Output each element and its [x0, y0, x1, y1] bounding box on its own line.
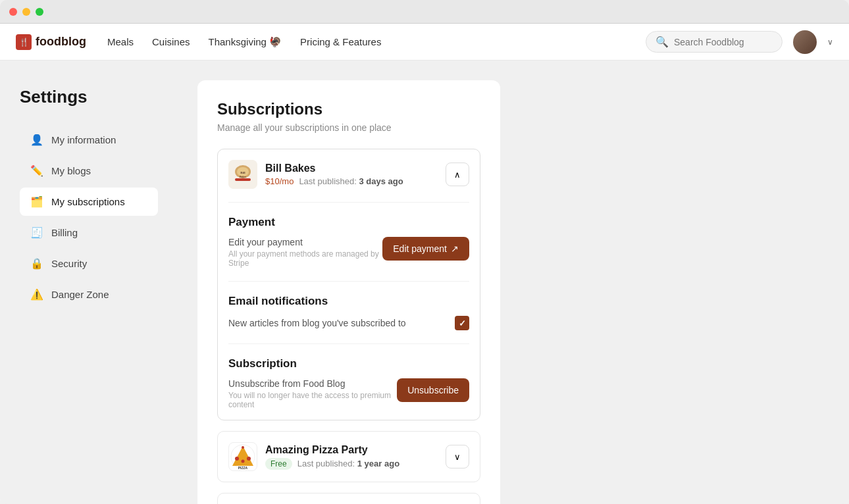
page-subtitle: Manage all your subscriptions in one pla… — [217, 122, 480, 133]
nav-meals[interactable]: Meals — [107, 36, 134, 47]
sidebar-item-my-blogs[interactable]: ✏️ My blogs — [20, 157, 158, 185]
bill-bakes-expanded-content: Payment Edit your payment All your payme… — [228, 202, 469, 409]
content-area: Subscriptions Manage all your subscripti… — [178, 61, 849, 504]
payment-section-title: Payment — [228, 216, 469, 229]
sidebar-item-label: My information — [51, 134, 116, 145]
chevron-down-icon: ∨ — [454, 452, 461, 462]
main-content: Settings 👤 My information ✏️ My blogs 🗂️… — [0, 61, 849, 504]
unsubscribe-button[interactable]: Unsubscribe — [397, 378, 469, 402]
svg-point-11 — [242, 460, 245, 463]
svg-text:PIZZA: PIZZA — [238, 466, 248, 469]
sidebar-item-my-subscriptions[interactable]: 🗂️ My subscriptions — [20, 188, 158, 216]
bill-bakes-last-published: Last published: 3 days ago — [299, 176, 403, 186]
close-dot[interactable] — [9, 8, 17, 16]
svg-text:Bill: Bill — [240, 171, 245, 174]
nav-right: 🔍 ∨ — [646, 30, 833, 54]
chevron-up-icon: ∧ — [454, 170, 461, 180]
app-window: 🍴 foodblog Meals Cuisines Thanksgiving 🦃… — [0, 0, 849, 504]
bill-bakes-info: Bill Bakes $10/mo Last published: 3 days… — [265, 163, 438, 186]
sidebar-item-billing[interactable]: 🧾 Billing — [20, 218, 158, 247]
svg-rect-5 — [235, 178, 251, 181]
nav-thanksgiving[interactable]: Thanksgiving 🦃 — [209, 36, 282, 48]
edit-payment-button[interactable]: Edit payment ↗ — [382, 237, 469, 261]
notif-row: New articles from blog you've subscribed… — [228, 316, 469, 330]
amazing-pizza-name: Amazing Pizza Party — [265, 444, 438, 456]
pizza-logo-svg: PIZZA — [230, 444, 255, 469]
page-title: Subscriptions — [217, 100, 480, 118]
amazing-pizza-logo: PIZZA — [228, 442, 257, 471]
subscription-amazing-pizza: PIZZA Amazing Pizza Party Free Last publ… — [217, 431, 480, 482]
sidebar-item-label: Danger Zone — [51, 289, 109, 300]
navbar: 🍴 foodblog Meals Cuisines Thanksgiving 🦃… — [0, 24, 849, 61]
nav-links: Meals Cuisines Thanksgiving 🦃 Pricing & … — [107, 36, 382, 48]
amazing-pizza-meta: Free Last published: 1 year ago — [265, 458, 438, 470]
sidebar-item-label: Billing — [51, 227, 78, 238]
svg-point-10 — [247, 457, 251, 461]
payment-row: Edit your payment All your payment metho… — [228, 237, 469, 268]
chevron-down-icon[interactable]: ∨ — [827, 38, 833, 47]
nav-pricing[interactable]: Pricing & Features — [300, 36, 381, 47]
payment-info: Edit your payment All your payment metho… — [228, 237, 382, 268]
logo-text: foodblog — [36, 35, 86, 49]
edit-payment-label: Edit payment — [393, 243, 447, 254]
stripe-note: All your payment methods are managed by … — [228, 249, 382, 268]
minimize-dot[interactable] — [22, 8, 30, 16]
sidebar-item-security[interactable]: 🔒 Security — [20, 249, 158, 278]
maximize-dot[interactable] — [36, 8, 43, 16]
svg-text:Bakes: Bakes — [240, 175, 247, 178]
payment-edit-label: Edit your payment — [228, 237, 382, 247]
lock-icon: 🔒 — [30, 257, 43, 270]
amazing-pizza-toggle-button[interactable]: ∨ — [446, 445, 469, 468]
pencil-icon: ✏️ — [30, 164, 43, 177]
logo[interactable]: 🍴 foodblog — [16, 34, 86, 50]
logo-icon: 🍴 — [16, 34, 32, 50]
avatar[interactable] — [793, 30, 817, 54]
search-icon: 🔍 — [656, 36, 669, 48]
sidebar-title: Settings — [20, 87, 158, 107]
external-link-icon: ↗ — [451, 243, 459, 254]
divider — [228, 202, 469, 203]
email-notif-section-title: Email notifications — [228, 295, 469, 308]
bill-bakes-price: $10/mo — [265, 176, 294, 186]
divider — [228, 281, 469, 282]
sidebar-item-label: Security — [51, 258, 87, 269]
sub-header-amazing-pizza: PIZZA Amazing Pizza Party Free Last publ… — [228, 442, 469, 471]
subscription-bill-bakes: Bill Bakes Bill Bakes $10/mo Last publis… — [217, 149, 480, 420]
person-icon: 👤 — [30, 134, 43, 146]
bill-bakes-name: Bill Bakes — [265, 163, 438, 174]
bill-bakes-toggle-button[interactable]: ∧ — [446, 163, 469, 186]
divider — [228, 343, 469, 344]
billing-icon: 🧾 — [30, 226, 43, 239]
amazing-pizza-price: Free — [265, 458, 292, 470]
subscriptions-card: Subscriptions Manage all your subscripti… — [197, 80, 500, 504]
warning-icon: ⚠️ — [30, 288, 43, 301]
amazing-pizza-info: Amazing Pizza Party Free Last published:… — [265, 444, 438, 470]
svg-point-8 — [242, 446, 244, 449]
subscriptions-icon: 🗂️ — [30, 195, 43, 208]
sidebar-item-my-information[interactable]: 👤 My information — [20, 126, 158, 154]
unsubscribe-row: Unsubscribe from Food Blog You will no l… — [228, 378, 469, 409]
bill-bakes-logo-svg: Bill Bakes — [228, 160, 257, 189]
unsub-info: Unsubscribe from Food Blog You will no l… — [228, 378, 397, 409]
sidebar-item-danger-zone[interactable]: ⚠️ Danger Zone — [20, 280, 158, 309]
unsub-label: Unsubscribe from Food Blog — [228, 378, 397, 389]
bill-bakes-logo: Bill Bakes — [228, 160, 257, 189]
sub-header-bill-bakes: Bill Bakes Bill Bakes $10/mo Last publis… — [228, 160, 469, 189]
bill-bakes-meta: $10/mo Last published: 3 days ago — [265, 176, 438, 186]
sidebar: Settings 👤 My information ✏️ My blogs 🗂️… — [0, 61, 178, 504]
email-notif-checkbox[interactable] — [455, 316, 469, 330]
titlebar — [0, 0, 849, 24]
search-input[interactable] — [674, 37, 773, 47]
unsub-note: You will no longer have the access to pr… — [228, 391, 397, 409]
search-bar[interactable]: 🔍 — [646, 31, 783, 53]
amazing-pizza-last-published: Last published: 1 year ago — [297, 459, 399, 468]
notif-label: New articles from blog you've subscribed… — [228, 318, 406, 328]
subscription-section-title: Subscription — [228, 357, 469, 370]
nav-cuisines[interactable]: Cuisines — [152, 36, 190, 47]
sidebar-item-label: My subscriptions — [51, 196, 125, 207]
subscription-amazing-adventures: Taste food The Amazing Adventures in Foo… — [217, 493, 480, 504]
sidebar-item-label: My blogs — [51, 165, 91, 176]
svg-point-9 — [235, 457, 239, 461]
